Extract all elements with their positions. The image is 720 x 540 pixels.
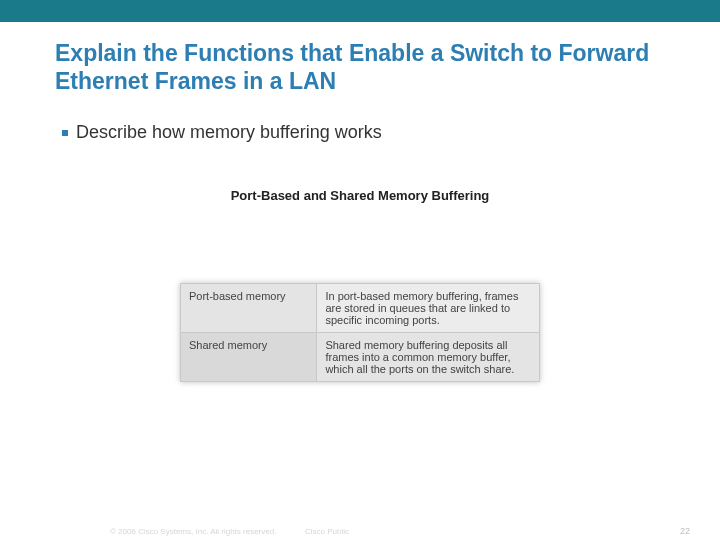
- row-desc: In port-based memory buffering, frames a…: [317, 284, 540, 333]
- figure-area: Port-Based and Shared Memory Buffering P…: [180, 188, 540, 382]
- row-label: Shared memory: [181, 333, 317, 382]
- figure-caption: Port-Based and Shared Memory Buffering: [180, 188, 540, 203]
- copyright-text: © 2006 Cisco Systems, Inc. All rights re…: [110, 527, 276, 536]
- header-bar: [0, 0, 720, 22]
- page-number: 22: [680, 526, 690, 536]
- bullet-item: Describe how memory buffering works: [62, 122, 660, 143]
- table-row: Port-based memory In port-based memory b…: [181, 284, 540, 333]
- bullet-text: Describe how memory buffering works: [76, 122, 382, 143]
- buffer-table: Port-based memory In port-based memory b…: [180, 283, 540, 382]
- row-label: Port-based memory: [181, 284, 317, 333]
- public-text: Cisco Public: [305, 527, 349, 536]
- bullet-square-icon: [62, 130, 68, 136]
- row-desc: Shared memory buffering deposits all fra…: [317, 333, 540, 382]
- table-row: Shared memory Shared memory buffering de…: [181, 333, 540, 382]
- footer: © 2006 Cisco Systems, Inc. All rights re…: [0, 522, 720, 536]
- slide-title: Explain the Functions that Enable a Swit…: [55, 40, 665, 95]
